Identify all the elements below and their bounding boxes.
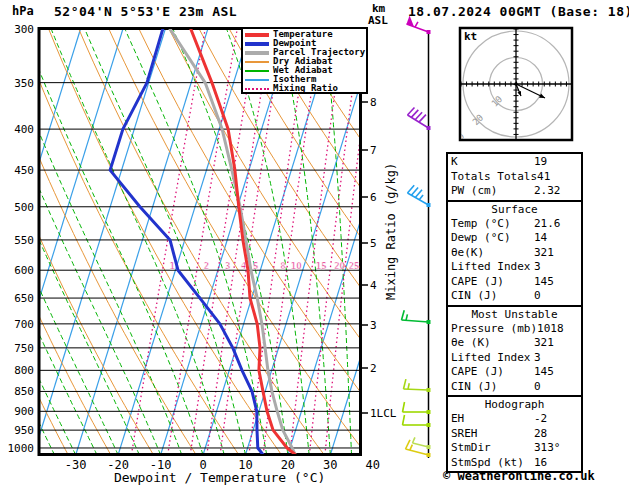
legend-swatch xyxy=(245,88,269,90)
panel-row-label: Totals Totals xyxy=(451,170,537,185)
panel-row-value: 313° xyxy=(534,441,578,456)
km-tick-label: 3 xyxy=(370,319,377,332)
pressure-tick-label: 300 xyxy=(14,23,34,36)
panel-row: StmSpd (kt)16 xyxy=(451,456,578,471)
wind-barb xyxy=(408,108,431,130)
panel-row-value: 321 xyxy=(534,246,578,261)
panel-row-value: 1018 xyxy=(537,322,578,337)
dewpoint-curve xyxy=(110,29,263,454)
panel-row-label: Lifted Index xyxy=(451,260,534,275)
km-tick-label: 5 xyxy=(370,237,377,250)
panel-row: Dewp (°C)14 xyxy=(451,231,578,246)
mixing-ratio-value-label: 1 xyxy=(169,261,174,271)
panel-row-value: 41 xyxy=(537,170,578,185)
panel-row: Pressure (mb)1018 xyxy=(451,322,578,337)
wind-barb xyxy=(403,415,431,427)
panel-row-label: SREH xyxy=(451,427,534,442)
indices-panels: K19Totals Totals41PW (cm)2.32SurfaceTemp… xyxy=(446,152,583,473)
panel-row: K19 xyxy=(451,155,578,170)
panel-row-label: Lifted Index xyxy=(451,351,534,366)
mixing-ratio-value-label: 25 xyxy=(349,261,360,271)
panel-row: CIN (J)0 xyxy=(451,380,578,395)
wind-barb xyxy=(402,310,431,324)
pressure-tick-label: 800 xyxy=(14,364,34,377)
panel-surface: SurfaceTemp (°C)21.6Dewp (°C)14θe(K)321L… xyxy=(446,200,583,307)
legend-label: Mixing Ratio xyxy=(273,84,338,93)
panel-row-value: 21.6 xyxy=(534,217,578,232)
mixing-ratio-value-label: 10 xyxy=(291,261,302,271)
panel-row-label: Pressure (mb) xyxy=(451,322,537,337)
panel-row-value: 14 xyxy=(534,231,578,246)
panel-row-value: -2 xyxy=(534,412,578,427)
legend-swatch xyxy=(245,79,269,81)
legend-swatch xyxy=(245,33,269,37)
pressure-tick-label: 500 xyxy=(14,201,34,214)
temp-tick-label: -30 xyxy=(65,458,87,472)
pressure-tick-label: 350 xyxy=(14,77,34,90)
panel-row: θe(K)321 xyxy=(451,246,578,261)
panel-row-label: CIN (J) xyxy=(451,380,534,395)
legend: TemperatureDewpointParcel TrajectoryDry … xyxy=(241,27,368,94)
mixing-ratio-value-label: 8 xyxy=(280,261,285,271)
legend-swatch xyxy=(245,42,269,46)
panel-row-value: 3 xyxy=(534,260,578,275)
panel-row-value: 321 xyxy=(534,336,578,351)
legend-item-mixing-ratio: Mixing Ratio xyxy=(245,84,364,93)
panel-row-label: Dewp (°C) xyxy=(451,231,534,246)
panel-row-label: CAPE (J) xyxy=(451,365,534,380)
panel-row-label: StmDir xyxy=(451,441,534,456)
panel-indices: K19Totals Totals41PW (cm)2.32 xyxy=(446,152,583,202)
pressure-tick-label: 400 xyxy=(14,123,34,136)
panel-row-label: θe (K) xyxy=(451,336,534,351)
wind-barb xyxy=(408,185,431,207)
panel-row-value: 145 xyxy=(534,275,578,290)
pressure-unit-label: hPa xyxy=(12,4,34,18)
panel-title: Hodograph xyxy=(451,398,578,412)
legend-swatch xyxy=(245,51,269,55)
panel-row: Temp (°C)21.6 xyxy=(451,217,578,232)
panel-row: SREH28 xyxy=(451,427,578,442)
wet-adiabat-line xyxy=(82,23,245,455)
panel-row: θe (K)321 xyxy=(451,336,578,351)
pressure-tick-label: 700 xyxy=(14,318,34,331)
legend-swatch xyxy=(245,70,269,72)
altitude-unit-asl: ASL xyxy=(368,14,388,27)
panel-row: StmDir313° xyxy=(451,441,578,456)
skewt-sounding-page: 3003504004505005506006507007508008509009… xyxy=(0,0,629,486)
panel-title: Surface xyxy=(451,203,578,217)
mixing-ratio-value-label: 5 xyxy=(253,261,258,271)
pressure-tick-label: 650 xyxy=(14,292,34,305)
datetime-label: 18.07.2024 00GMT (Base: 18) xyxy=(408,4,629,19)
hodograph-unit-label: kt xyxy=(464,30,477,43)
legend-swatch xyxy=(245,61,269,63)
km-tick-label: 4 xyxy=(370,279,377,292)
panel-row: CAPE (J)145 xyxy=(451,365,578,380)
panel-row-label: PW (cm) xyxy=(451,184,534,199)
panel-row: Totals Totals41 xyxy=(451,170,578,185)
panel-row-label: EH xyxy=(451,412,534,427)
panel-row-value: 28 xyxy=(534,427,578,442)
mixing-ratio-value-label: 3 xyxy=(225,261,230,271)
pressure-tick-label: 450 xyxy=(14,164,34,177)
panel-row: CAPE (J)145 xyxy=(451,275,578,290)
mixing-ratio-value-label: 15 xyxy=(316,261,327,271)
panel-title: Most Unstable xyxy=(451,308,578,322)
wind-barb xyxy=(403,402,431,414)
panel-row-value: 2.32 xyxy=(534,184,578,199)
panel-row-label: θe(K) xyxy=(451,246,534,261)
panel-row-value: 19 xyxy=(534,155,578,170)
pressure-tick-label: 850 xyxy=(14,385,34,398)
panel-row-label: CAPE (J) xyxy=(451,275,534,290)
wet-adiabat-line xyxy=(0,23,12,455)
mixing-ratio-value-label: 20 xyxy=(334,261,345,271)
km-tick-label: 2 xyxy=(370,362,377,375)
panel-row-label: Temp (°C) xyxy=(451,217,534,232)
km-tick-label: 7 xyxy=(370,144,377,157)
mixing-ratio-value-label: 2 xyxy=(204,261,209,271)
panel-row: CIN (J)0 xyxy=(451,289,578,304)
panel-most-unstable: Most UnstablePressure (mb)1018θe (K)321L… xyxy=(446,305,583,398)
panel-hodograph: HodographEH-2SREH28StmDir313°StmSpd (kt)… xyxy=(446,395,583,473)
panel-row: PW (cm)2.32 xyxy=(451,184,578,199)
panel-row-value: 0 xyxy=(534,380,578,395)
pressure-tick-label: 950 xyxy=(14,424,34,437)
